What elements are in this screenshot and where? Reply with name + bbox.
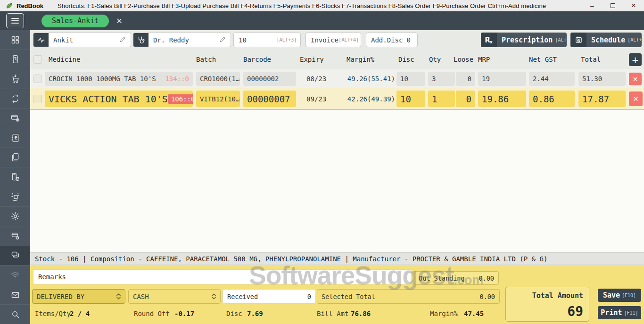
- qty-shortcut-field[interactable]: 10 [ALT+3]: [233, 33, 301, 47]
- cell-margin: 42.26(49.39): [332, 91, 395, 107]
- row-checkbox[interactable]: [33, 75, 42, 83]
- batch-value: CRO1000(1…: [200, 75, 239, 83]
- add-disc-label: Add.Disc: [371, 36, 403, 44]
- sidebar-item-pay-alt[interactable]: [0, 226, 30, 246]
- delete-row-button[interactable]: ✕: [629, 91, 643, 106]
- cell-disc[interactable]: 10: [396, 91, 425, 107]
- tab-strip: Sales-Ankit ✕: [30, 11, 644, 30]
- total-value: 51.30: [582, 75, 602, 83]
- medicine-name: VICKS ACTION TAB 10'S: [49, 93, 168, 105]
- sidebar-item-mail[interactable]: [0, 285, 30, 305]
- add-medicine-button[interactable]: +: [629, 53, 642, 66]
- mrp-value: 19: [482, 75, 490, 83]
- sidebar-item-returns[interactable]: [0, 89, 30, 108]
- sidebar-item-dashboard[interactable]: [0, 30, 30, 50]
- qty-field-hint: [ALT+3]: [276, 37, 300, 43]
- stock-composition-bar: Stock - 106 | Composition - CAFFEINE, PA…: [30, 252, 644, 265]
- round-off-value: -0.17: [174, 310, 194, 317]
- cell-barcode[interactable]: 00000007: [243, 91, 296, 107]
- maximize-icon: [611, 3, 615, 8]
- cell-qty[interactable]: 1: [428, 91, 455, 107]
- select-all-checkbox[interactable]: [33, 55, 42, 64]
- doctor-field[interactable]: Dr. Reddy: [133, 33, 231, 47]
- sidebar-item-sales-bill[interactable]: [0, 50, 30, 69]
- delete-row-button[interactable]: ✕: [629, 73, 642, 85]
- save-label: Save: [603, 291, 620, 299]
- delivered-by-label: DELIVERED BY: [37, 293, 84, 300]
- stock-count-badge: 106::0: [168, 94, 193, 104]
- invoice-field-hint: [ALT+4]: [339, 37, 361, 43]
- col-header-margin: Margin%: [347, 50, 374, 69]
- cell-loose[interactable]: 0: [456, 72, 475, 86]
- cell-mrp[interactable]: 19: [478, 72, 526, 86]
- col-header-net-gst: Net GST: [529, 50, 557, 69]
- minimize-button[interactable]: –: [582, 0, 603, 11]
- col-header-total: Total: [581, 50, 601, 69]
- sidebar-item-purchase-cart[interactable]: [0, 69, 30, 89]
- cell-disc[interactable]: 10: [396, 72, 425, 86]
- prescription-button[interactable]: Rx Prescription [ALT+5]: [481, 33, 567, 47]
- close-button[interactable]: ×: [623, 0, 644, 11]
- cell-net-gst[interactable]: 0.86: [529, 91, 575, 107]
- tab-close-icon[interactable]: ✕: [116, 17, 122, 25]
- pulse-icon: [33, 33, 49, 47]
- add-disc-field[interactable]: Add.Disc 0: [366, 33, 418, 47]
- cell-margin: 49.26(55.41): [332, 72, 395, 86]
- cell-loose[interactable]: 0: [456, 91, 475, 107]
- table-row-vicks-active: VICKS ACTION TAB 10'S 106::0 VITB12(10… …: [30, 88, 644, 110]
- cell-total[interactable]: 51.30: [578, 72, 626, 86]
- loose-value: 0: [466, 94, 471, 104]
- sidebar-item-search[interactable]: [0, 304, 30, 324]
- sidebar-item-settings[interactable]: [0, 206, 30, 226]
- sidebar-item-ledger[interactable]: [0, 128, 30, 148]
- sidebar-item-payments[interactable]: [0, 108, 30, 128]
- cell-batch-select[interactable]: VITB12(10…: [196, 91, 240, 107]
- table-row-crocin: CROCIN 1000 1000MG TAB 10'S 134::0 CRO10…: [30, 69, 644, 88]
- schedule-button[interactable]: Schedule [ALT+6]: [570, 33, 642, 47]
- sidebar-item-stocks[interactable]: [0, 148, 30, 167]
- cell-qty[interactable]: 3: [428, 72, 455, 86]
- edit-patient-pencil-icon[interactable]: [119, 36, 126, 44]
- print-button[interactable]: Print [F11]: [598, 306, 641, 319]
- hamburger-menu-button[interactable]: [6, 13, 24, 28]
- invoice-field[interactable]: Invoice [ALT+4]: [305, 33, 361, 47]
- tab-sales-ankit[interactable]: Sales-Ankit: [41, 15, 109, 27]
- disc-label: Disc: [226, 310, 242, 317]
- remarks-input[interactable]: [33, 269, 411, 284]
- print-hint: [F11]: [624, 310, 638, 316]
- sidebar-item-chat[interactable]: [0, 246, 30, 266]
- patient-field[interactable]: Ankit: [33, 33, 131, 47]
- col-header-expiry: Expiry: [300, 50, 324, 69]
- batch-value: VITB12(10…: [200, 95, 239, 103]
- bill-amt-label: Bill Amt: [317, 310, 348, 317]
- delivered-by-select[interactable]: DELIVERED BY: [32, 289, 125, 304]
- payment-mode-label: CASH: [133, 293, 149, 300]
- calendar-clock-icon: [570, 33, 586, 47]
- cell-mrp[interactable]: 19.86: [478, 91, 526, 107]
- cell-medicine[interactable]: CROCIN 1000 1000MG TAB 10'S 134::0: [45, 72, 193, 86]
- stock-count: 134::0: [165, 75, 189, 83]
- received-input[interactable]: Received 0: [223, 289, 316, 304]
- col-header-batch: Batch: [196, 50, 216, 69]
- row-checkbox[interactable]: [33, 95, 42, 103]
- sidebar-item-wifi[interactable]: [0, 265, 30, 285]
- save-button[interactable]: Save [F10]: [598, 289, 641, 302]
- cell-batch-select[interactable]: CRO1000(1…: [196, 72, 240, 86]
- edit-doctor-pencil-icon[interactable]: [219, 36, 226, 44]
- cell-barcode[interactable]: 00000002: [243, 72, 296, 86]
- stethoscope-icon: [133, 33, 149, 47]
- window-controls: – ×: [582, 0, 644, 11]
- col-header-medicine: Medicine: [49, 50, 80, 69]
- col-header-qty: Qty: [429, 50, 441, 69]
- app-title: RedBook: [17, 2, 43, 9]
- sidebar-item-transactions[interactable]: [0, 167, 30, 187]
- sidebar-item-offers[interactable]: [0, 187, 30, 207]
- cell-medicine[interactable]: VICKS ACTION TAB 10'S 106::0: [45, 91, 193, 107]
- payment-mode-select[interactable]: CASH: [128, 289, 221, 304]
- maximize-button[interactable]: [603, 0, 623, 11]
- sidebar-nav: [0, 30, 30, 324]
- cell-net-gst[interactable]: 2.44: [529, 72, 575, 86]
- schedule-label: Schedule: [591, 36, 625, 44]
- cell-total[interactable]: 17.87: [578, 91, 626, 107]
- bill-form-bar: Ankit Dr. Reddy 10 [ALT+3] Invoice [ALT+…: [30, 30, 644, 50]
